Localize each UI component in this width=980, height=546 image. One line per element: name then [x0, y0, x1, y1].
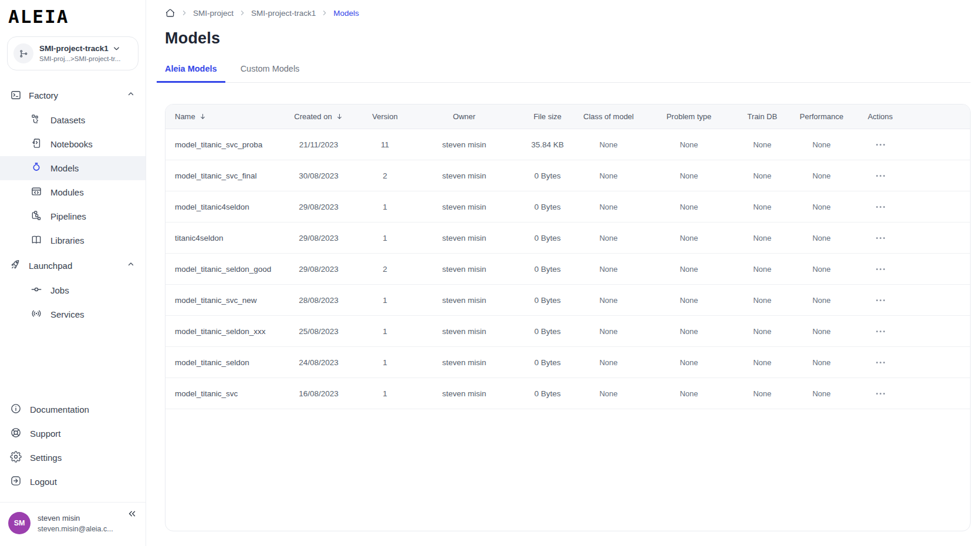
- pipelines-icon: [31, 210, 42, 224]
- models-table: Name Created on Version Owner File size …: [165, 104, 971, 531]
- column-header-name[interactable]: Name: [165, 112, 283, 121]
- table-row[interactable]: model_titanic_seldon_xxx 25/08/2023 1 st…: [165, 316, 970, 347]
- chevron-up-icon: [127, 260, 135, 271]
- double-chevron-left-icon: [127, 508, 137, 519]
- row-actions-button[interactable]: [873, 203, 888, 211]
- sidebar-item-models[interactable]: Models: [0, 156, 146, 180]
- cell-train-db: None: [743, 171, 782, 180]
- cell-model-name: model_titanic_svc: [165, 389, 283, 398]
- table-row[interactable]: model_titanic_seldon_good 29/08/2023 2 s…: [165, 254, 970, 285]
- cell-model-name: model_titanic_seldon_xxx: [165, 327, 283, 336]
- column-header-version: Version: [354, 112, 415, 121]
- column-header-file-size: File size: [513, 112, 582, 121]
- ellipsis-icon: [876, 175, 878, 177]
- cell-model-name: model_titanic_svc_new: [165, 296, 283, 305]
- sidebar-footer: Documentation Support Settings Logout: [0, 397, 146, 502]
- datasets-icon: [31, 113, 42, 127]
- cell-owner: steven misin: [415, 234, 513, 242]
- table-row[interactable]: model_titanic4seldon 29/08/2023 1 steven…: [165, 191, 970, 223]
- sidebar-section-factory[interactable]: Factory: [0, 82, 146, 108]
- sidebar-item-datasets[interactable]: Datasets: [0, 108, 146, 132]
- sidebar-item-logout[interactable]: Logout: [0, 470, 146, 494]
- ellipsis-icon: [876, 144, 878, 146]
- sidebar-item-label: Support: [30, 429, 61, 439]
- cell-file-size: 0 Bytes: [513, 234, 582, 242]
- sidebar-item-support[interactable]: Support: [0, 422, 146, 446]
- sidebar-item-label: Pipelines: [50, 211, 86, 221]
- project-selector[interactable]: SMI-project-track1 SMI-proj...>SMI-proje…: [7, 36, 138, 70]
- cell-file-size: 0 Bytes: [513, 389, 582, 398]
- table-row[interactable]: model_titanic_svc_new 28/08/2023 1 steve…: [165, 285, 970, 316]
- cell-performance: None: [782, 265, 861, 274]
- tab-custom-models[interactable]: Custom Models: [232, 64, 308, 83]
- sidebar-item-settings[interactable]: Settings: [0, 446, 146, 470]
- sidebar-item-label: Models: [50, 163, 79, 173]
- row-actions-button[interactable]: [873, 296, 888, 305]
- cell-performance: None: [782, 358, 861, 367]
- ellipsis-icon: [876, 299, 878, 301]
- home-icon[interactable]: [165, 8, 175, 18]
- cell-train-db: None: [743, 327, 782, 336]
- table-row[interactable]: model_titanic_svc_final 30/08/2023 2 ste…: [165, 160, 970, 191]
- row-actions-button[interactable]: [873, 327, 888, 336]
- table-row[interactable]: model_titanic_svc 16/08/2023 1 steven mi…: [165, 378, 970, 409]
- breadcrumb-current: Models: [333, 9, 359, 18]
- sidebar-item-pipelines[interactable]: Pipelines: [0, 204, 146, 228]
- sidebar: ALEIA SMI-project-track1 SMI-proj...>SMI…: [0, 0, 146, 546]
- row-actions-button[interactable]: [873, 140, 888, 149]
- sidebar-item-libraries[interactable]: Libraries: [0, 228, 146, 252]
- cell-created-on: 24/08/2023: [283, 358, 354, 367]
- user-panel: SM steven misin steven.misin@aleia.c...: [0, 503, 146, 546]
- cell-model-name: model_titanic_svc_final: [165, 171, 283, 180]
- cell-version: 1: [354, 358, 415, 367]
- cell-created-on: 28/08/2023: [283, 296, 354, 305]
- row-actions-button[interactable]: [873, 389, 888, 398]
- ellipsis-icon: [876, 237, 878, 239]
- cell-created-on: 30/08/2023: [283, 171, 354, 180]
- ellipsis-icon: [876, 268, 878, 270]
- cell-owner: steven misin: [415, 296, 513, 305]
- column-header-class-of-model: Class of model: [582, 112, 635, 121]
- app-root: ALEIA SMI-project-track1 SMI-proj...>SMI…: [0, 0, 980, 546]
- tab-aleia-models[interactable]: Aleia Models: [157, 64, 225, 83]
- cell-problem-type: None: [635, 265, 743, 274]
- sidebar-item-services[interactable]: Services: [0, 302, 146, 326]
- modules-icon: [31, 186, 42, 200]
- breadcrumb-item[interactable]: SMI-project: [193, 9, 234, 18]
- broadcast-icon: [31, 308, 42, 322]
- flask-icon: [31, 161, 42, 176]
- sidebar-item-modules[interactable]: Modules: [0, 180, 146, 204]
- cell-class-of-model: None: [582, 171, 635, 180]
- sort-desc-icon: [199, 113, 207, 120]
- sidebar-item-jobs[interactable]: Jobs: [0, 278, 146, 302]
- cell-problem-type: None: [635, 203, 743, 211]
- sidebar-item-label: Documentation: [30, 405, 89, 414]
- cell-file-size: 0 Bytes: [513, 171, 582, 180]
- table-row[interactable]: model_titanic_svc_proba 21/11/2023 11 st…: [165, 129, 970, 160]
- sidebar-item-documentation[interactable]: Documentation: [0, 397, 146, 422]
- row-actions-button[interactable]: [873, 171, 888, 180]
- cell-class-of-model: None: [582, 203, 635, 211]
- sort-desc-icon: [336, 113, 343, 120]
- column-header-performance: Performance: [782, 112, 861, 121]
- cell-performance: None: [782, 234, 861, 242]
- collapse-sidebar-button[interactable]: [127, 508, 137, 519]
- cell-file-size: 0 Bytes: [513, 203, 582, 211]
- sidebar-item-notebooks[interactable]: Notebooks: [0, 132, 146, 156]
- column-header-created-on[interactable]: Created on: [283, 112, 354, 121]
- table-row[interactable]: titanic4seldon 29/08/2023 1 steven misin…: [165, 223, 970, 254]
- ellipsis-icon: [876, 362, 878, 363]
- row-actions-button[interactable]: [873, 358, 888, 367]
- cell-created-on: 29/08/2023: [283, 234, 354, 242]
- sidebar-section-launchpad[interactable]: Launchpad: [0, 252, 146, 278]
- row-actions-button[interactable]: [873, 234, 888, 242]
- lifebuoy-icon: [10, 427, 22, 441]
- sidebar-section-label: Launchpad: [29, 261, 127, 271]
- chevron-right-icon: [239, 9, 246, 16]
- breadcrumb: SMI-project SMI-project-track1 Models: [165, 7, 971, 19]
- breadcrumb-item[interactable]: SMI-project-track1: [251, 9, 316, 18]
- row-actions-button[interactable]: [873, 265, 888, 274]
- cell-created-on: 29/08/2023: [283, 265, 354, 274]
- table-row[interactable]: model_titanic_seldon 24/08/2023 1 steven…: [165, 347, 970, 378]
- column-header-train-db: Train DB: [743, 112, 782, 121]
